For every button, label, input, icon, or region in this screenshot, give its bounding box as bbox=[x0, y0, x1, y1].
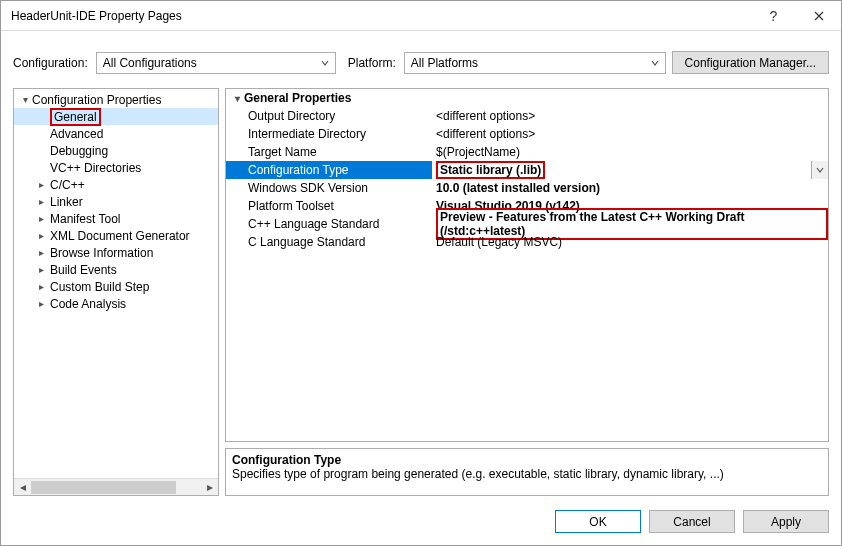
tree-item-configuration-properties[interactable]: ▾Configuration Properties bbox=[14, 91, 218, 108]
property-label: C Language Standard bbox=[226, 233, 432, 251]
expander-icon: ▸ bbox=[32, 247, 50, 258]
expander-icon: ▸ bbox=[32, 196, 50, 207]
scroll-right-icon[interactable]: ▸ bbox=[201, 479, 218, 496]
property-row-configuration-type[interactable]: Configuration TypeStatic library (.lib) bbox=[226, 161, 828, 179]
tree-item-label: Advanced bbox=[50, 127, 103, 141]
property-row-c-language-standard[interactable]: C Language StandardDefault (Legacy MSVC) bbox=[226, 233, 828, 251]
property-grid: ▾ General Properties Output Directory<di… bbox=[225, 88, 829, 442]
apply-button[interactable]: Apply bbox=[743, 510, 829, 533]
property-value[interactable]: <different options> bbox=[432, 125, 828, 143]
description-box: Configuration Type Specifies type of pro… bbox=[225, 448, 829, 496]
tree-item-manifest-tool[interactable]: ▸Manifest Tool bbox=[14, 210, 218, 227]
configuration-manager-button[interactable]: Configuration Manager... bbox=[672, 51, 829, 74]
configuration-value: All Configurations bbox=[103, 56, 197, 70]
tree-item-build-events[interactable]: ▸Build Events bbox=[14, 261, 218, 278]
property-value[interactable]: Static library (.lib) bbox=[432, 161, 811, 179]
property-label: Target Name bbox=[226, 143, 432, 161]
description-body: Specifies type of program being generate… bbox=[232, 467, 822, 481]
property-value[interactable]: <different options> bbox=[432, 107, 828, 125]
tree-item-label: Browse Information bbox=[50, 246, 153, 260]
ok-button[interactable]: OK bbox=[555, 510, 641, 533]
tree-item-label: Manifest Tool bbox=[50, 212, 120, 226]
scroll-track[interactable] bbox=[31, 479, 201, 495]
window-title: HeaderUnit-IDE Property Pages bbox=[11, 9, 751, 23]
horizontal-scrollbar[interactable]: ◂ ▸ bbox=[14, 478, 218, 495]
tree-item-browse-information[interactable]: ▸Browse Information bbox=[14, 244, 218, 261]
configuration-select[interactable]: All Configurations bbox=[96, 52, 336, 74]
main-area: ▾Configuration PropertiesGeneralAdvanced… bbox=[1, 88, 841, 502]
expander-icon: ▸ bbox=[32, 230, 50, 241]
config-tree[interactable]: ▾Configuration PropertiesGeneralAdvanced… bbox=[14, 89, 218, 478]
config-row: Configuration: All Configurations Platfo… bbox=[1, 31, 841, 88]
help-button[interactable]: ? bbox=[751, 1, 796, 31]
tree-item-label: Custom Build Step bbox=[50, 280, 149, 294]
tree-item-custom-build-step[interactable]: ▸Custom Build Step bbox=[14, 278, 218, 295]
tree-item-label: Build Events bbox=[50, 263, 117, 277]
tree-item-label: C/C++ bbox=[50, 178, 85, 192]
property-value[interactable]: $(ProjectName) bbox=[432, 143, 828, 161]
property-value[interactable]: 10.0 (latest installed version) bbox=[432, 179, 828, 197]
property-row-intermediate-directory[interactable]: Intermediate Directory<different options… bbox=[226, 125, 828, 143]
dropdown-button[interactable] bbox=[811, 161, 828, 179]
chevron-down-icon bbox=[651, 56, 659, 70]
expander-icon: ▸ bbox=[32, 298, 50, 309]
platform-select[interactable]: All Platforms bbox=[404, 52, 666, 74]
property-row-output-directory[interactable]: Output Directory<different options> bbox=[226, 107, 828, 125]
tree-item-advanced[interactable]: Advanced bbox=[14, 125, 218, 142]
expander-icon: ▸ bbox=[32, 281, 50, 292]
property-label: Output Directory bbox=[226, 107, 432, 125]
tree-item-general[interactable]: General bbox=[14, 108, 218, 125]
tree-item-label: General bbox=[50, 108, 101, 126]
tree-item-label: VC++ Directories bbox=[50, 161, 141, 175]
tree-item-label: Code Analysis bbox=[50, 297, 126, 311]
property-label: Intermediate Directory bbox=[226, 125, 432, 143]
platform-label: Platform: bbox=[348, 56, 396, 70]
scroll-left-icon[interactable]: ◂ bbox=[14, 479, 31, 496]
close-button[interactable] bbox=[796, 1, 841, 31]
expander-icon: ▸ bbox=[32, 213, 50, 224]
tree-item-label: Debugging bbox=[50, 144, 108, 158]
property-label: Platform Toolset bbox=[226, 197, 432, 215]
tree-item-debugging[interactable]: Debugging bbox=[14, 142, 218, 159]
tree-item-c-c-[interactable]: ▸C/C++ bbox=[14, 176, 218, 193]
tree-item-label: Configuration Properties bbox=[32, 93, 161, 107]
close-icon bbox=[814, 11, 824, 21]
expander-icon: ▸ bbox=[32, 179, 50, 190]
tree-item-label: Linker bbox=[50, 195, 83, 209]
tree-item-xml-document-generator[interactable]: ▸XML Document Generator bbox=[14, 227, 218, 244]
right-pane: ▾ General Properties Output Directory<di… bbox=[225, 88, 829, 496]
description-title: Configuration Type bbox=[232, 453, 822, 467]
scroll-thumb[interactable] bbox=[31, 481, 176, 494]
tree-item-label: XML Document Generator bbox=[50, 229, 190, 243]
property-label: C++ Language Standard bbox=[226, 215, 432, 233]
property-label: Configuration Type bbox=[226, 161, 432, 179]
property-row-windows-sdk-version[interactable]: Windows SDK Version10.0 (latest installe… bbox=[226, 179, 828, 197]
cancel-button[interactable]: Cancel bbox=[649, 510, 735, 533]
chevron-down-icon bbox=[321, 56, 329, 70]
property-value[interactable]: Default (Legacy MSVC) bbox=[432, 233, 828, 251]
property-label: Windows SDK Version bbox=[226, 179, 432, 197]
collapse-icon: ▾ bbox=[230, 93, 244, 104]
property-value[interactable]: Preview - Features from the Latest C++ W… bbox=[432, 215, 828, 233]
titlebar: HeaderUnit-IDE Property Pages ? bbox=[1, 1, 841, 31]
tree-item-linker[interactable]: ▸Linker bbox=[14, 193, 218, 210]
expander-icon: ▾ bbox=[18, 94, 32, 105]
grid-section-header[interactable]: ▾ General Properties bbox=[226, 89, 828, 107]
platform-value: All Platforms bbox=[411, 56, 478, 70]
tree-item-code-analysis[interactable]: ▸Code Analysis bbox=[14, 295, 218, 312]
property-row-target-name[interactable]: Target Name$(ProjectName) bbox=[226, 143, 828, 161]
configuration-label: Configuration: bbox=[13, 56, 88, 70]
dialog-buttons: OK Cancel Apply bbox=[1, 502, 841, 545]
expander-icon: ▸ bbox=[32, 264, 50, 275]
property-row-c-language-standard[interactable]: C++ Language StandardPreview - Features … bbox=[226, 215, 828, 233]
tree-pane: ▾Configuration PropertiesGeneralAdvanced… bbox=[13, 88, 219, 496]
tree-item-vc-directories[interactable]: VC++ Directories bbox=[14, 159, 218, 176]
